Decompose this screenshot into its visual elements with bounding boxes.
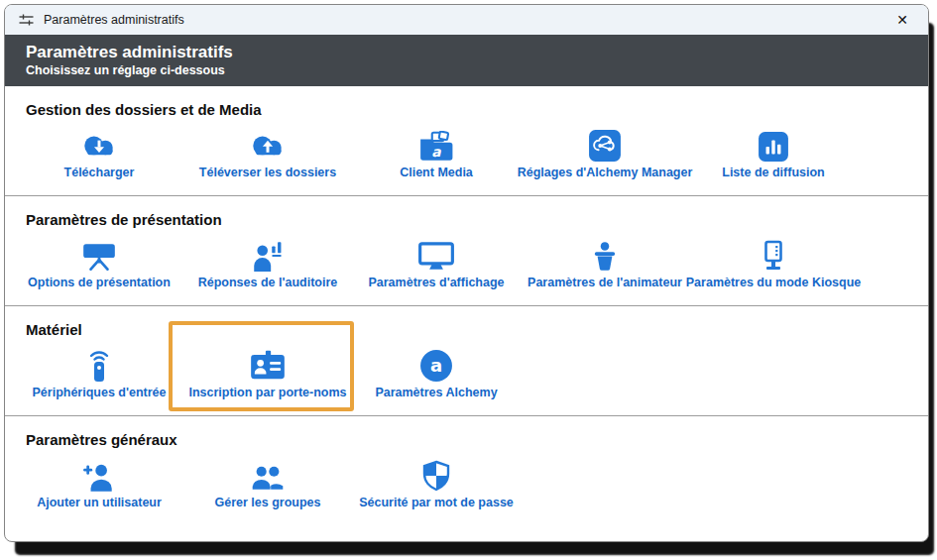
item-securite-mot-de-passe[interactable]: Sécurité par mot de passe bbox=[352, 455, 521, 511]
item-client-media[interactable]: a Client Media bbox=[352, 125, 521, 181]
item-label: Ajouter un utilisateur bbox=[37, 495, 162, 511]
svg-text:a: a bbox=[430, 355, 442, 376]
section-gestion-dossiers: Gestion des dossiers et de Media bbox=[5, 101, 928, 196]
titlebar: Paramètres administratifs ✕ bbox=[5, 5, 928, 35]
section-divider bbox=[5, 195, 928, 196]
window-title: Paramètres administratifs bbox=[44, 13, 184, 27]
item-inscription-porte-noms[interactable]: Inscription par porte-noms bbox=[183, 345, 352, 401]
media-folder-icon: a bbox=[418, 125, 454, 163]
item-options-presentation[interactable]: Options de présentation bbox=[15, 235, 183, 291]
item-peripheriques-entree[interactable]: Périphériques d'entrée bbox=[15, 345, 183, 401]
kiosk-icon bbox=[758, 235, 789, 273]
item-label: Liste de diffusion bbox=[722, 165, 824, 181]
section-title: Paramètres généraux bbox=[5, 431, 928, 448]
section-divider bbox=[5, 305, 928, 306]
item-label: Options de présentation bbox=[28, 275, 171, 291]
item-parametres-affichage[interactable]: Paramètres d'affichage bbox=[352, 235, 521, 291]
item-gerer-groupes[interactable]: Gérer les groupes bbox=[183, 455, 352, 511]
item-parametres-animateur[interactable]: Paramètres de l'animateur bbox=[521, 235, 689, 291]
presenter-podium-icon bbox=[588, 235, 622, 273]
section-generaux: Paramètres généraux Ajouter un utilisate… bbox=[5, 431, 928, 511]
close-button[interactable]: ✕ bbox=[884, 5, 920, 35]
item-label: Paramètres d'affichage bbox=[368, 275, 504, 291]
svg-text:a: a bbox=[431, 144, 441, 160]
section-divider bbox=[5, 415, 928, 416]
item-label: Paramètres du mode Kiosque bbox=[686, 275, 861, 291]
item-label: Gérer les groupes bbox=[215, 495, 321, 511]
shield-security-icon bbox=[420, 455, 452, 493]
page-title: Paramètres administratifs bbox=[26, 43, 907, 62]
name-badge-icon bbox=[248, 345, 288, 383]
item-liste-de-diffusion[interactable]: Liste de diffusion bbox=[689, 125, 858, 181]
item-label: Paramètres de l'animateur bbox=[527, 275, 682, 291]
item-telecharger[interactable]: Télécharger bbox=[15, 125, 183, 181]
item-label: Téléverser les dossiers bbox=[199, 165, 336, 181]
display-monitor-icon bbox=[417, 235, 455, 273]
cloud-upload-icon bbox=[248, 125, 288, 163]
item-label: Client Media bbox=[400, 165, 473, 181]
section-presentation: Paramètres de présentation Options de pr… bbox=[5, 211, 928, 306]
add-user-icon bbox=[81, 455, 117, 493]
close-icon: ✕ bbox=[896, 12, 908, 28]
settings-sliders-icon bbox=[19, 13, 34, 27]
item-label: Télécharger bbox=[64, 165, 135, 181]
presentation-screen-icon bbox=[80, 235, 118, 273]
alchemy-manager-icon bbox=[588, 125, 622, 163]
dialog-window: Paramètres administratifs ✕ Paramètres a… bbox=[4, 4, 929, 542]
cloud-download-icon bbox=[79, 125, 119, 163]
item-televerser-les-dossiers[interactable]: Téléverser les dossiers bbox=[183, 125, 352, 181]
alchemy-circle-icon: a bbox=[419, 345, 453, 383]
audience-response-icon bbox=[250, 235, 286, 273]
item-label: Périphériques d'entrée bbox=[33, 385, 167, 401]
item-reponses-auditoire[interactable]: Réponses de l'auditoire bbox=[183, 235, 352, 291]
bar-chart-icon bbox=[758, 125, 789, 163]
page-subtitle: Choisissez un réglage ci-dessous bbox=[26, 63, 907, 77]
item-label: Réglages d'Alchemy Manager bbox=[518, 165, 693, 181]
remote-wireless-icon bbox=[84, 345, 114, 383]
user-group-icon bbox=[249, 455, 287, 493]
section-title: Gestion des dossiers et de Media bbox=[5, 101, 928, 118]
item-reglages-alchemy-manager[interactable]: Réglages d'Alchemy Manager bbox=[521, 125, 689, 181]
item-ajouter-utilisateur[interactable]: Ajouter un utilisateur bbox=[15, 455, 183, 511]
header-banner: Paramètres administratifs Choisissez un … bbox=[5, 35, 928, 86]
item-label: Réponses de l'auditoire bbox=[198, 275, 338, 291]
section-materiel: Matériel Périphériques d'entrée bbox=[5, 321, 928, 416]
item-parametres-alchemy[interactable]: a Paramètres Alchemy bbox=[352, 345, 521, 401]
section-title: Paramètres de présentation bbox=[5, 211, 928, 228]
item-mode-kiosque[interactable]: Paramètres du mode Kiosque bbox=[689, 235, 858, 291]
section-title: Matériel bbox=[5, 321, 928, 338]
item-label: Sécurité par mot de passe bbox=[359, 495, 514, 511]
item-label: Paramètres Alchemy bbox=[375, 385, 497, 401]
item-label: Inscription par porte-noms bbox=[188, 385, 346, 401]
